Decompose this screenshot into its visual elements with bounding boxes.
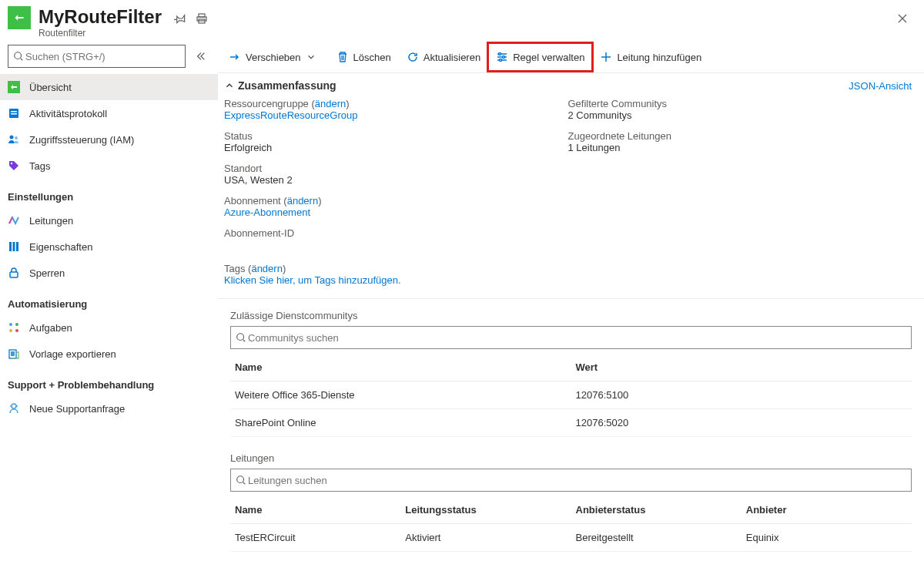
resource-group-link[interactable]: ExpressRouteResourceGroup: [224, 109, 357, 121]
refresh-icon: [407, 51, 419, 63]
table-row[interactable]: SharePoint Online12076:5020: [230, 409, 912, 437]
sidebar-search-input[interactable]: [24, 46, 180, 66]
support-icon: [8, 402, 20, 415]
sidebar-item-label: Tags: [29, 160, 50, 172]
sidebar-group-automation: Automatisierung: [0, 286, 218, 314]
sidebar-item-support-request[interactable]: Neue Supportanfrage: [0, 395, 218, 422]
status-value: Erfolgreich: [224, 142, 568, 153]
sidebar-item-label: Neue Supportanfrage: [29, 403, 125, 415]
sidebar-item-label: Zugriffssteuerung (IAM): [29, 134, 134, 146]
svg-rect-12: [9, 242, 12, 251]
summary-panel: Zusammenfassung JSON-Ansicht Ressourceng…: [218, 73, 924, 299]
delete-button[interactable]: Löschen: [329, 43, 399, 71]
export-template-icon: [8, 348, 20, 360]
add-tags-link[interactable]: Klicken Sie hier, um Tags hinzuzufügen.: [224, 274, 401, 286]
collapse-summary-button[interactable]: [224, 80, 235, 91]
sidebar-item-locks[interactable]: Sperren: [0, 260, 218, 286]
summary-title: Zusammenfassung: [238, 79, 336, 92]
sidebar-item-properties[interactable]: Eigenschaften: [0, 234, 218, 260]
sidebar-search[interactable]: [8, 45, 186, 68]
svg-point-17: [15, 323, 18, 326]
svg-point-19: [15, 329, 18, 332]
svg-point-23: [503, 56, 505, 59]
col-name[interactable]: Name: [230, 496, 400, 524]
table-row[interactable]: Weitere Office 365-Dienste12076:5100: [230, 381, 912, 409]
svg-point-24: [500, 59, 502, 62]
sidebar-group-support: Support + Problembehandlung: [0, 367, 218, 395]
col-circuit-status[interactable]: Leitungsstatus: [400, 496, 571, 524]
add-icon: [600, 51, 612, 63]
svg-point-26: [237, 476, 244, 483]
circuits-search[interactable]: [230, 469, 912, 492]
resource-type-icon: [8, 6, 31, 29]
activity-log-icon: [8, 107, 20, 119]
svg-rect-15: [10, 272, 18, 277]
sidebar-item-overview[interactable]: Übersicht: [0, 74, 218, 100]
sidebar-item-iam[interactable]: Zugriffssteuerung (IAM): [0, 126, 218, 153]
svg-point-25: [237, 334, 244, 341]
tags-icon: [8, 160, 20, 172]
collapse-sidebar-button[interactable]: [190, 51, 212, 62]
sidebar-item-tags[interactable]: Tags: [0, 153, 218, 179]
add-circuit-button[interactable]: Leitung hinzufügen: [592, 43, 709, 71]
sidebar-item-tasks[interactable]: Aufgaben: [0, 314, 218, 341]
subscription-id-value: [224, 239, 568, 250]
json-view-link[interactable]: JSON-Ansicht: [849, 80, 912, 92]
location-value: USA, Westen 2: [224, 174, 568, 186]
move-icon: [229, 51, 241, 63]
svg-point-11: [11, 163, 12, 164]
tasks-icon: [8, 321, 20, 334]
refresh-button[interactable]: Aktualisieren: [399, 43, 488, 71]
manage-rule-button[interactable]: Regel verwalten: [488, 43, 592, 71]
svg-rect-14: [16, 242, 18, 251]
sidebar-item-label: Leitungen: [29, 215, 73, 227]
svg-point-16: [9, 323, 12, 326]
communities-search[interactable]: [230, 326, 912, 349]
sidebar: Übersicht Aktivitätsprotokoll Zugriffsst…: [0, 40, 218, 588]
move-button[interactable]: Verschieben: [221, 43, 329, 71]
change-resource-group-link[interactable]: ändern: [315, 98, 346, 109]
sidebar-item-label: Sperren: [29, 267, 65, 279]
sidebar-item-label: Aufgaben: [29, 322, 72, 334]
sidebar-item-activity-log[interactable]: Aktivitätsprotokoll: [0, 100, 218, 126]
command-bar: Verschieben Löschen Aktualisieren Regel …: [218, 42, 924, 73]
svg-rect-1: [199, 14, 205, 17]
properties-icon: [8, 240, 20, 253]
svg-point-10: [15, 136, 18, 139]
svg-rect-13: [13, 242, 15, 251]
page-title: MyRouteFilter: [38, 6, 162, 28]
manage-rule-icon: [496, 51, 508, 63]
chevron-down-icon: [306, 52, 316, 62]
svg-point-21: [12, 404, 16, 408]
sidebar-item-circuits[interactable]: Leitungen: [0, 207, 218, 234]
circuits-icon: [8, 214, 20, 227]
col-value[interactable]: Wert: [571, 354, 912, 381]
svg-rect-7: [11, 111, 17, 113]
change-tags-link[interactable]: ändern: [251, 263, 282, 274]
sidebar-item-export-template[interactable]: Vorlage exportieren: [0, 341, 218, 367]
svg-point-4: [15, 52, 22, 59]
sidebar-item-label: Vorlage exportieren: [29, 348, 116, 360]
page-subtitle: Routenfilter: [38, 28, 162, 39]
table-row[interactable]: TestERCircuit Aktiviert Bereitgestellt E…: [230, 524, 912, 552]
communities-table: Name Wert Weitere Office 365-Dienste1207…: [230, 354, 912, 437]
communities-search-input[interactable]: [246, 328, 906, 348]
subscription-link[interactable]: Azure-Abonnement: [224, 207, 310, 218]
iam-icon: [8, 133, 20, 146]
circuits-search-input[interactable]: [246, 470, 906, 490]
svg-point-18: [9, 329, 12, 332]
svg-point-22: [499, 53, 501, 55]
sidebar-item-label: Eigenschaften: [29, 241, 92, 253]
col-name[interactable]: Name: [230, 354, 571, 381]
overview-icon: [8, 81, 20, 93]
close-button[interactable]: [893, 9, 912, 28]
col-provider[interactable]: Anbieter: [742, 496, 912, 524]
associated-circuits-value: 1 Leitungen: [568, 142, 912, 153]
sidebar-item-label: Aktivitätsprotokoll: [29, 108, 107, 119]
pin-button[interactable]: [171, 9, 189, 28]
print-button[interactable]: [192, 9, 211, 28]
lock-icon: [8, 267, 20, 279]
col-provider-status[interactable]: Anbieterstatus: [571, 496, 742, 524]
page-header: MyRouteFilter Routenfilter: [0, 0, 924, 40]
change-subscription-link[interactable]: ändern: [287, 195, 318, 207]
